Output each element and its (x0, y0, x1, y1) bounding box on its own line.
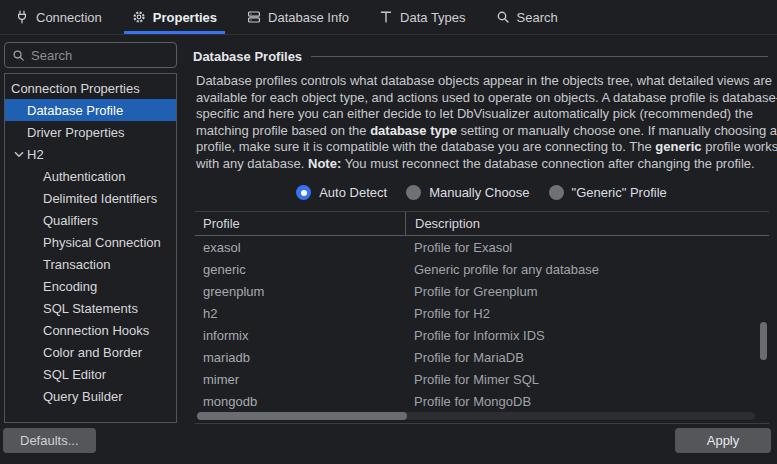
radio-generic-profile[interactable]: "Generic" Profile (549, 185, 667, 200)
cell-description: Profile for Greenplum (405, 284, 769, 299)
tree-item-label: Connection Properties (11, 81, 140, 96)
vertical-scrollbar[interactable] (760, 322, 767, 360)
profile-mode-radio-group: Auto DetectManually Choose"Generic" Prof… (193, 185, 770, 200)
tree-item-sql-statements[interactable]: SQL Statements (5, 297, 176, 319)
tab-properties[interactable]: Properties (132, 0, 217, 34)
radio-icon (406, 185, 421, 200)
chevron-down-icon[interactable] (11, 151, 27, 158)
tree-item-database-profile[interactable]: Database Profile (5, 99, 176, 121)
cell-description: Generic profile for any database (405, 262, 769, 277)
tree-item-transaction[interactable]: Transaction (5, 253, 176, 275)
main-content: Database Profiles Database profiles cont… (183, 35, 777, 424)
tree-item-label: Physical Connection (43, 235, 161, 250)
table-row[interactable]: mariadbProfile for MariaDB (195, 346, 769, 368)
cell-profile: h2 (195, 306, 405, 321)
table-row[interactable]: mimerProfile for Mimer SQL (195, 368, 769, 390)
search-icon (12, 49, 25, 62)
cell-profile: mongodb (195, 394, 405, 409)
radio-label: Manually Choose (429, 185, 529, 200)
search-icon (496, 10, 510, 24)
tree-item-label: Query Builder (43, 389, 122, 404)
tree-item-sql-editor[interactable]: SQL Editor (5, 363, 176, 385)
radio-label: Auto Detect (319, 185, 387, 200)
cell-description: Profile for Exasol (405, 240, 769, 255)
database-icon (247, 10, 261, 24)
tabbar: Connection Properties Database Info (0, 0, 777, 35)
tree-item-label: Driver Properties (27, 125, 125, 140)
tree-item-query-builder[interactable]: Query Builder (5, 385, 176, 407)
cell-description: Profile for Informix IDS (405, 328, 769, 343)
tab-connection[interactable]: Connection (15, 0, 102, 34)
cell-profile: mimer (195, 372, 405, 387)
tree-item-encoding[interactable]: Encoding (5, 275, 176, 297)
footer: Defaults... Apply (0, 424, 777, 464)
cell-description: Profile for MongoDB (405, 394, 769, 409)
tree-item-connection-hooks[interactable]: Connection Hooks (5, 319, 176, 341)
tab-label: Search (517, 10, 558, 25)
profiles-description: Database profiles controls what database… (196, 73, 777, 172)
tree-item-label: SQL Editor (43, 367, 106, 382)
sidebar-search-field[interactable] (4, 42, 177, 68)
cell-profile: mariadb (195, 350, 405, 365)
tree-item-driver-properties[interactable]: Driver Properties (5, 121, 176, 143)
radio-icon (296, 185, 311, 200)
body: Connection PropertiesDatabase ProfileDri… (0, 35, 777, 424)
tree-item-color-and-border[interactable]: Color and Border (5, 341, 176, 363)
tree-item-connection-properties[interactable]: Connection Properties (5, 77, 176, 99)
cell-profile: exasol (195, 240, 405, 255)
tree-item-physical-connection[interactable]: Physical Connection (5, 231, 176, 253)
table-row[interactable]: exasolProfile for Exasol (195, 236, 769, 258)
tree-item-label: Database Profile (27, 103, 123, 118)
tab-database-info[interactable]: Database Info (247, 0, 349, 34)
profiles-table-header[interactable]: Profile Description (195, 212, 769, 236)
tree-item-label: Delimited Identifiers (43, 191, 157, 206)
tree-item-label: H2 (27, 147, 44, 162)
cell-description: Profile for H2 (405, 306, 769, 321)
defaults-button[interactable]: Defaults... (3, 428, 96, 453)
data-types-icon (379, 10, 393, 24)
tree-item-label: Encoding (43, 279, 97, 294)
table-row[interactable]: greenplumProfile for Greenplum (195, 280, 769, 302)
radio-label: "Generic" Profile (572, 185, 667, 200)
horizontal-scrollbar-thumb[interactable] (197, 412, 407, 420)
tab-label: Properties (153, 10, 217, 25)
column-header-description[interactable]: Description (405, 212, 769, 235)
tree-item-label: Transaction (43, 257, 110, 272)
tab-label: Database Info (268, 10, 349, 25)
cell-description: Profile for Mimer SQL (405, 372, 769, 387)
connection-properties-window: Connection Properties Database Info (0, 0, 777, 464)
tree-item-label: SQL Statements (43, 301, 138, 316)
tab-search[interactable]: Search (496, 0, 558, 34)
plug-icon (15, 10, 29, 24)
tab-data-types[interactable]: Data Types (379, 0, 466, 34)
tree-item-label: Connection Hooks (43, 323, 149, 338)
table-row[interactable]: mongodbProfile for MongoDB (195, 390, 769, 412)
search-input[interactable] (31, 48, 169, 63)
sidebar: Connection PropertiesDatabase ProfileDri… (0, 35, 183, 424)
radio-auto-detect[interactable]: Auto Detect (296, 185, 387, 200)
radio-icon (549, 185, 564, 200)
tree-item-delimited-identifiers[interactable]: Delimited Identifiers (5, 187, 176, 209)
table-row[interactable]: genericGeneric profile for any database (195, 258, 769, 280)
column-header-profile[interactable]: Profile (195, 216, 405, 231)
tree-item-qualifiers[interactable]: Qualifiers (5, 209, 176, 231)
tree-item-h2[interactable]: H2 (5, 143, 176, 165)
tree-item-authentication[interactable]: Authentication (5, 165, 176, 187)
section-rule (311, 56, 768, 57)
cell-description: Profile for MariaDB (405, 350, 769, 365)
properties-tree: Connection PropertiesDatabase ProfileDri… (4, 73, 177, 423)
radio-manually-choose[interactable]: Manually Choose (406, 185, 529, 200)
cell-profile: informix (195, 328, 405, 343)
tab-label: Data Types (400, 10, 466, 25)
apply-button[interactable]: Apply (675, 428, 771, 453)
cell-profile: greenplum (195, 284, 405, 299)
gear-icon (132, 10, 146, 24)
section-title: Database Profiles (193, 49, 302, 64)
cell-profile: generic (195, 262, 405, 277)
tree-item-label: Color and Border (43, 345, 142, 360)
table-row[interactable]: h2Profile for H2 (195, 302, 769, 324)
section-header: Database Profiles (193, 49, 770, 64)
profiles-table-body: exasolProfile for ExasolgenericGeneric p… (195, 236, 769, 412)
table-row[interactable]: informixProfile for Informix IDS (195, 324, 769, 346)
tree-item-label: Authentication (43, 169, 125, 184)
